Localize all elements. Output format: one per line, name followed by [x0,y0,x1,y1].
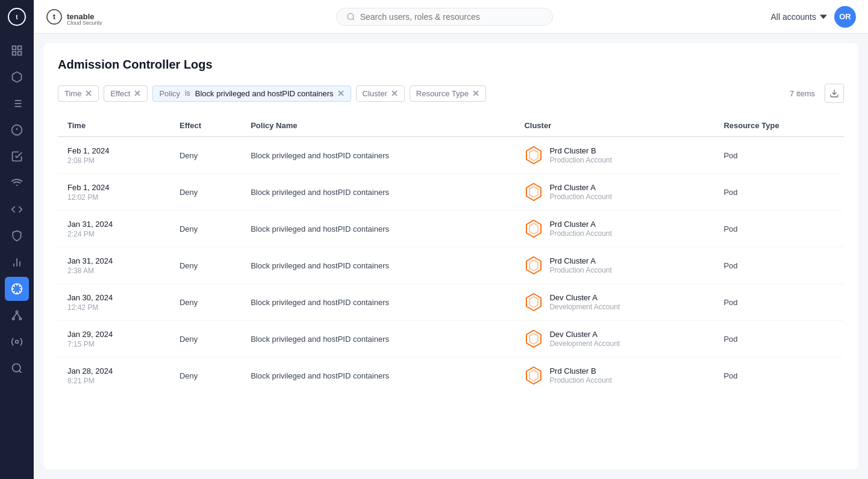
all-accounts-dropdown[interactable]: All accounts [771,12,827,22]
sidebar-item-kubernetes[interactable] [5,277,29,301]
filter-effect-close[interactable] [134,90,141,97]
sidebar-item-box[interactable] [5,65,29,89]
svg-marker-60 [529,260,538,271]
cluster-name: Prd Cluster B [549,366,611,375]
time-hour: 2:24 PM [67,230,160,238]
search-input[interactable] [360,12,543,22]
cluster-account: Production Account [549,156,611,164]
close-icon [337,90,345,97]
close-icon [391,90,398,97]
search-box[interactable] [336,8,553,26]
close-icon [472,90,479,97]
cluster-name: Prd Cluster A [549,183,611,192]
cell-effect: Deny [170,211,241,247]
col-cluster: Cluster [514,115,714,137]
cluster-name: Dev Cluster A [549,330,620,339]
sidebar-item-topology[interactable] [5,303,29,327]
svg-point-30 [19,318,21,320]
col-policy-name: Policy Name [241,115,514,137]
app-layout: t [0,0,868,479]
svg-line-32 [17,313,20,318]
cell-policy-name: Block privileged and hostPID containers [241,137,514,174]
cell-resource-type: Pod [714,174,844,211]
svg-text:t: t [16,14,18,20]
svg-rect-5 [18,52,22,55]
page-title: Admission Controller Logs [58,58,844,72]
cell-resource-type: Pod [714,137,844,174]
svg-marker-62 [529,297,538,307]
filter-resource-type[interactable]: Resource Type [410,85,486,102]
sidebar-item-search[interactable] [5,356,29,380]
sidebar-item-compliance[interactable] [5,144,29,168]
filter-effect[interactable]: Effect [104,85,148,102]
sidebar-item-alerts[interactable] [5,118,29,142]
cell-policy-name: Block privileged and hostPID containers [241,247,514,284]
time-date: Jan 28, 2024 [67,366,160,375]
cluster-name: Prd Cluster A [549,220,611,229]
svg-line-27 [19,285,20,286]
filter-resource-type-close[interactable] [472,90,479,97]
filter-effect-label: Effect [110,89,130,98]
avatar[interactable]: OR [834,6,856,28]
table-row: Feb 1, 2024 12:02 PM Deny Block privileg… [58,174,844,211]
cell-effect: Deny [170,247,241,284]
filter-cluster-close[interactable] [391,90,398,97]
search-icon [346,12,355,22]
filter-policy-label: Policy [159,89,180,98]
svg-text:t: t [53,13,55,21]
cell-cluster: Prd Cluster B Production Account [514,357,714,394]
cluster-account: Development Account [549,303,620,311]
cell-policy-name: Block privileged and hostPID containers [241,174,514,211]
svg-point-34 [13,364,20,372]
filter-time-close[interactable] [85,90,92,97]
filter-policy[interactable]: Policy is Block privileged and hostPID c… [152,85,351,102]
time-hour: 7:15 PM [67,340,160,348]
time-date: Jan 29, 2024 [67,330,160,339]
sidebar-item-iac[interactable] [5,197,29,221]
cell-time: Jan 31, 2024 2:38 AM [58,247,170,284]
filter-policy-value: Block privileged and hostPID containers [195,89,334,98]
svg-marker-58 [529,223,538,234]
tenable-logo: t tenable Cloud Security [46,8,118,25]
cell-cluster: Prd Cluster B Production Account [514,137,714,174]
chevron-down-icon [820,13,827,20]
sidebar-item-dashboard[interactable] [5,39,29,63]
table-row: Jan 29, 2024 7:15 PM Deny Block privileg… [58,321,844,357]
main-area: t tenable Cloud Security All accounts [34,0,868,479]
cluster-name: Prd Cluster A [549,256,611,265]
sidebar-item-settings[interactable] [5,330,29,354]
svg-marker-66 [529,370,538,381]
sidebar-item-findings[interactable] [5,91,29,116]
cluster-icon [524,219,543,238]
download-button[interactable] [825,84,844,103]
filter-policy-is: is [185,89,190,97]
filter-cluster[interactable]: Cluster [356,85,405,102]
svg-line-26 [13,291,14,292]
cell-policy-name: Block privileged and hostPID containers [241,211,514,247]
svg-point-28 [16,311,17,313]
filter-cluster-label: Cluster [363,89,387,98]
cell-resource-type: Pod [714,284,844,321]
cluster-icon [524,182,543,202]
filter-time[interactable]: Time [58,85,99,102]
sidebar-item-shield[interactable] [5,224,29,248]
svg-text:Cloud Security: Cloud Security [67,20,102,25]
sidebar-item-network[interactable] [5,171,29,195]
cell-resource-type: Pod [714,247,844,284]
cell-time: Feb 1, 2024 12:02 PM [58,174,170,211]
cell-time: Jan 29, 2024 7:15 PM [58,321,170,357]
cluster-name: Prd Cluster B [549,146,611,155]
svg-point-40 [348,13,354,19]
cluster-icon [524,256,543,275]
sidebar-item-reports[interactable] [5,250,29,274]
filters-row: Time Effect [58,84,844,103]
filter-policy-close[interactable] [337,90,345,97]
cell-cluster: Dev Cluster A Development Account [514,284,714,321]
cell-policy-name: Block privileged and hostPID containers [241,284,514,321]
cell-time: Jan 28, 2024 8:21 PM [58,357,170,394]
cell-cluster: Prd Cluster A Production Account [514,174,714,211]
cell-cluster: Prd Cluster A Production Account [514,211,714,247]
cell-cluster: Prd Cluster A Production Account [514,247,714,284]
topbar-right: All accounts OR [771,6,856,28]
col-resource-type: Resource Type [714,115,844,137]
